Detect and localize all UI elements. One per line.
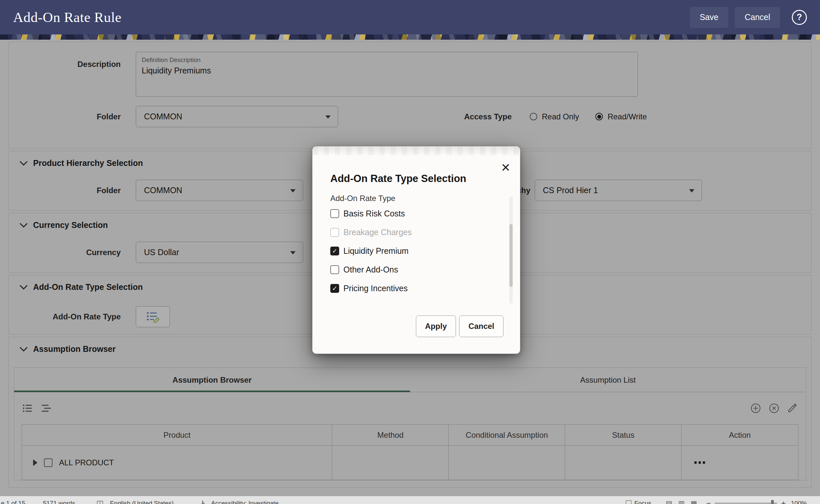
page-indicator[interactable]: e 1 of 15 xyxy=(1,500,25,504)
close-icon[interactable]: × xyxy=(501,160,510,175)
description-label: Description xyxy=(9,52,121,69)
chevron-down-icon xyxy=(290,189,296,192)
addon-type-option-list: Basis Risk Costs Breakage Charges ✓ Liqu… xyxy=(330,204,520,298)
chevron-down-icon xyxy=(689,189,694,192)
section-collapse-icon[interactable] xyxy=(20,347,28,352)
checkbox-checked-icon[interactable]: ✓ xyxy=(330,284,339,293)
assumption-tabs: Assumption Browser Assumption List xyxy=(14,368,806,392)
apply-button[interactable]: Apply xyxy=(416,315,456,337)
chevron-down-icon xyxy=(290,251,296,254)
option-label: Other Add-Ons xyxy=(343,265,398,274)
checkbox-disabled-icon xyxy=(330,228,339,237)
definition-section: Description Definition Description Liqui… xyxy=(9,42,811,149)
product-hierarchy-heading: Product Hierarchy Selection xyxy=(33,158,143,168)
option-label: Breakage Charges xyxy=(343,228,412,237)
accessibility-status[interactable]: Accessibility: Investigate xyxy=(211,500,278,504)
accessibility-icon: ♿ xyxy=(201,499,207,504)
checkbox-unchecked-icon[interactable] xyxy=(330,265,339,274)
folder-dropdown[interactable]: COMMON xyxy=(136,106,338,127)
read-write-label: Read/Write xyxy=(607,112,647,121)
language-indicator[interactable]: English (United States) xyxy=(110,500,174,504)
hierarchy-dropdown-value: CS Prod Hier 1 xyxy=(543,186,598,195)
addon-rate-type-picker-button[interactable] xyxy=(136,306,170,327)
expand-row-icon[interactable] xyxy=(33,459,37,466)
currency-heading: Currency Selection xyxy=(33,220,108,230)
table-row: ALL PRODUCT ⋯ xyxy=(22,446,798,480)
bulleted-list-icon[interactable] xyxy=(23,404,32,413)
zoom-out-button[interactable]: − xyxy=(706,499,711,504)
option-label: Liquidity Premium xyxy=(343,246,409,256)
page-header: Add-On Rate Rule Save Cancel ? xyxy=(0,0,820,34)
table-header-row: Product Method Conditional Assumption St… xyxy=(22,425,798,446)
radio-read-write[interactable]: Read/Write xyxy=(595,112,647,121)
radio-read-only[interactable]: Read Only xyxy=(530,112,579,121)
chevron-down-icon xyxy=(325,115,331,119)
description-textarea[interactable]: Definition Description Liquidity Premium… xyxy=(136,52,638,97)
description-value: Liquidity Premiums xyxy=(142,66,632,75)
zoom-slider-thumb[interactable] xyxy=(771,500,774,504)
zoom-level[interactable]: 100% xyxy=(791,500,807,504)
description-float-label: Definition Description xyxy=(142,56,632,64)
action-cell: ⋯ xyxy=(682,446,798,480)
zoom-slider[interactable] xyxy=(715,503,777,504)
tab-assumption-browser[interactable]: Assumption Browser xyxy=(14,368,410,392)
zoom-in-button[interactable]: + xyxy=(781,499,786,504)
checkbox-checked-icon[interactable]: ✓ xyxy=(330,247,339,255)
option-breakage-charges: Breakage Charges xyxy=(330,223,520,242)
proofing-icon[interactable] xyxy=(97,501,103,504)
column-action: Action xyxy=(682,425,798,445)
assumption-panel: Assumption Browser Assumption List xyxy=(14,368,806,480)
focus-label: Focus xyxy=(634,500,651,504)
section-collapse-icon[interactable] xyxy=(20,285,28,290)
assumption-toolbar xyxy=(14,392,806,424)
column-product: Product xyxy=(22,425,332,445)
option-label: Basis Risk Costs xyxy=(343,209,405,218)
assumption-table: Product Method Conditional Assumption St… xyxy=(22,424,798,480)
addon-heading: Add-On Rate Type Selection xyxy=(33,282,143,292)
outline-view-icon[interactable] xyxy=(42,404,51,413)
status-cell xyxy=(565,446,682,480)
checkbox-unchecked-icon[interactable] xyxy=(330,209,339,218)
web-layout-icon[interactable]: ▦ xyxy=(691,499,697,504)
currency-dropdown-value: US Dollar xyxy=(144,248,179,257)
dialog-scrollbar xyxy=(509,196,513,304)
scrollbar-thumb[interactable] xyxy=(509,224,513,287)
option-other-add-ons[interactable]: Other Add-Ons xyxy=(330,260,520,279)
option-basis-risk-costs[interactable]: Basis Risk Costs xyxy=(330,204,520,223)
tab-assumption-list[interactable]: Assumption List xyxy=(410,368,806,392)
read-mode-icon[interactable]: ▤ xyxy=(666,499,672,504)
dialog-list-label: Add-On Rate Type xyxy=(330,194,520,203)
dialog-actions: Apply Cancel xyxy=(416,315,503,337)
cancel-button[interactable]: Cancel xyxy=(735,7,780,28)
folder-dropdown-value: COMMON xyxy=(144,112,182,121)
section-collapse-icon[interactable] xyxy=(20,161,28,166)
remove-circle-icon[interactable] xyxy=(769,403,780,414)
column-conditional-assumption: Conditional Assumption xyxy=(449,425,565,445)
edit-pencil-icon[interactable] xyxy=(787,403,797,413)
assumption-browser-section: Assumption Browser Assumption Browser As… xyxy=(9,337,811,488)
hierarchy-dropdown[interactable]: CS Prod Hier 1 xyxy=(535,180,702,201)
currency-label: Currency xyxy=(9,248,121,257)
header-actions: Save Cancel ? xyxy=(690,7,807,28)
focus-mode-button[interactable]: Focus xyxy=(626,500,651,504)
ph-folder-dropdown-value: COMMON xyxy=(144,186,182,195)
assumption-heading: Assumption Browser xyxy=(33,344,115,354)
row-checkbox[interactable] xyxy=(44,458,52,467)
save-button[interactable]: Save xyxy=(690,7,728,28)
option-liquidity-premium[interactable]: ✓ Liquidity Premium xyxy=(330,242,520,260)
currency-dropdown[interactable]: US Dollar xyxy=(136,242,303,263)
option-pricing-incentives[interactable]: ✓ Pricing Incentives xyxy=(330,279,520,298)
word-count[interactable]: 5171 words xyxy=(43,500,75,504)
dialog-cancel-button[interactable]: Cancel xyxy=(459,315,503,337)
section-collapse-icon[interactable] xyxy=(20,223,28,228)
addon-rate-type-dialog: × Add-On Rate Type Selection Add-On Rate… xyxy=(312,146,520,354)
word-status-bar: e 1 of 15 5171 words English (United Sta… xyxy=(0,496,820,504)
ph-folder-dropdown[interactable]: COMMON xyxy=(136,180,303,201)
add-circle-icon[interactable] xyxy=(750,403,761,414)
radio-icon-selected[interactable] xyxy=(595,113,603,120)
print-layout-icon[interactable]: ▥ xyxy=(678,499,685,504)
radio-icon-unselected[interactable] xyxy=(530,113,537,120)
help-icon[interactable]: ? xyxy=(792,10,807,25)
option-label: Pricing Incentives xyxy=(343,284,408,293)
application-window: Add-On Rate Rule Save Cancel ? Descripti… xyxy=(0,0,820,504)
